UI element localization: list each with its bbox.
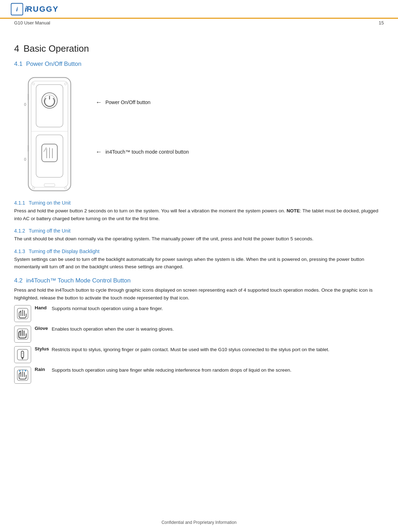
stylus-label: Stylus	[35, 346, 50, 351]
logo-icon: i	[11, 3, 23, 16]
power-arrow: ←	[96, 99, 102, 106]
svg-rect-16	[44, 184, 55, 187]
section-4-1-2-body: The unit should be shut down normally vi…	[14, 235, 384, 243]
callout-power: ← Power On/Off button	[96, 99, 384, 106]
svg-rect-14	[28, 93, 29, 101]
section-4-1-label: Power On/Off Button	[26, 61, 82, 67]
callout-area: ← Power On/Off button ← in4Touch™ touch …	[85, 74, 384, 180]
svg-rect-33	[21, 351, 24, 357]
chapter-title: 4Basic Operation	[14, 43, 384, 54]
hand-text: Hand Supports normal touch operation usi…	[35, 305, 384, 312]
stylus-desc: Restricts input to stylus, ignoring fing…	[52, 346, 329, 353]
callout-touch: ← in4Touch™ touch mode control button	[96, 148, 384, 156]
section-4-1-1-title: 4.1.1Turning on the Unit	[14, 200, 384, 206]
section-4-1-2-title: 4.1.2Turning off the Unit	[14, 228, 384, 234]
footer: Confidential and Proprietary Information	[0, 520, 398, 525]
section-4-1-3-title: 4.1.3Turning off the Display Backlight	[14, 248, 384, 254]
rain-text: Rain Supports touch operation using bare…	[35, 367, 384, 374]
page-header: i iRUGGY	[0, 0, 398, 19]
rain-icon-box	[14, 367, 31, 384]
svg-point-17	[33, 83, 35, 85]
svg-rect-2	[28, 78, 71, 191]
section-4-1-1-num: 4.1.1	[14, 200, 25, 206]
section-4-2-label: in4Touch™ Touch Mode Control Button	[26, 277, 131, 284]
section-4-1-3-body: System settings can be used to turn off …	[14, 256, 384, 271]
logo-rugby: RUGGY	[27, 5, 59, 14]
section-4-1-3-label: Turning off the Display Backlight	[29, 248, 99, 254]
svg-rect-4	[36, 85, 63, 127]
device-svg: 0 0	[18, 74, 81, 194]
stylus-text: Stylus Restricts input to stylus, ignori…	[35, 346, 384, 353]
logo: i iRUGGY	[11, 3, 59, 16]
svg-text:0: 0	[24, 102, 26, 107]
glove-text: Glove Enables touch operation when the u…	[35, 326, 384, 333]
section-4-1-num: 4.1	[14, 61, 23, 67]
svg-point-19	[33, 187, 35, 189]
glove-desc: Enables touch operation when the user is…	[52, 326, 174, 333]
chapter-title-text: Basic Operation	[23, 43, 89, 54]
touch-mode-glove: Glove Enables touch operation when the u…	[14, 326, 384, 343]
doc-header-row: G10 User Manual 15	[0, 20, 398, 25]
rain-label: Rain	[35, 367, 50, 372]
note-bold: NOTE	[287, 208, 300, 213]
doc-page: 15	[379, 20, 384, 25]
chapter-number: 4	[14, 43, 19, 54]
touch-mode-rain: Rain Supports touch operation using bare…	[14, 367, 384, 384]
device-image: 0 0	[14, 74, 85, 194]
section-4-2-num: 4.2	[14, 277, 23, 284]
hand-label: Hand	[35, 305, 50, 310]
stylus-icon-box	[14, 346, 31, 363]
hand-icon	[16, 307, 29, 320]
touch-mode-stylus: Stylus Restricts input to stylus, ignori…	[14, 346, 384, 363]
svg-text:0: 0	[24, 157, 26, 161]
rain-desc: Supports touch operation using bare fing…	[52, 367, 292, 374]
rain-icon	[16, 369, 29, 382]
touch-label: in4Touch™ touch mode control button	[105, 149, 189, 155]
section-4-1-2-num: 4.1.2	[14, 228, 25, 234]
stylus-icon	[16, 348, 29, 361]
section-4-1-title: 4.1Power On/Off Button	[14, 61, 384, 68]
section-4-1-2-label: Turning off the Unit	[29, 228, 70, 234]
hand-desc: Supports normal touch operation using a …	[52, 305, 163, 312]
svg-point-40	[19, 370, 21, 372]
touch-arrow: ←	[96, 148, 102, 156]
touch-mode-hand: Hand Supports normal touch operation usi…	[14, 305, 384, 322]
glove-icon	[16, 328, 29, 341]
main-content: 4Basic Operation 4.1Power On/Off Button	[0, 25, 398, 401]
glove-label: Glove	[35, 326, 50, 331]
section-4-1-1-label: Turning on the Unit	[29, 200, 71, 206]
svg-rect-15	[28, 145, 29, 152]
footer-text: Confidential and Proprietary Information	[161, 520, 236, 525]
section-4-2-title: 4.2in4Touch™ Touch Mode Control Button	[14, 277, 384, 284]
power-label: Power On/Off button	[105, 99, 150, 105]
svg-point-42	[22, 370, 23, 371]
touch-modes-list: Hand Supports normal touch operation usi…	[14, 305, 384, 384]
svg-point-41	[25, 370, 26, 372]
svg-text:i: i	[16, 6, 18, 12]
section-4-1-1-body: Press and hold the power button 2 second…	[14, 207, 384, 222]
device-section: 0 0 ← Power On/Off button ← in4Touch™ to…	[14, 74, 384, 194]
doc-title: G10 User Manual	[14, 20, 50, 25]
svg-marker-34	[21, 357, 24, 360]
svg-point-18	[64, 83, 67, 85]
hand-icon-box	[14, 305, 31, 322]
glove-icon-box	[14, 326, 31, 343]
section-4-2-body: Press and hold the in4Touch button to cy…	[14, 286, 384, 302]
section-4-1-3-num: 4.1.3	[14, 248, 25, 254]
svg-point-20	[64, 187, 67, 189]
